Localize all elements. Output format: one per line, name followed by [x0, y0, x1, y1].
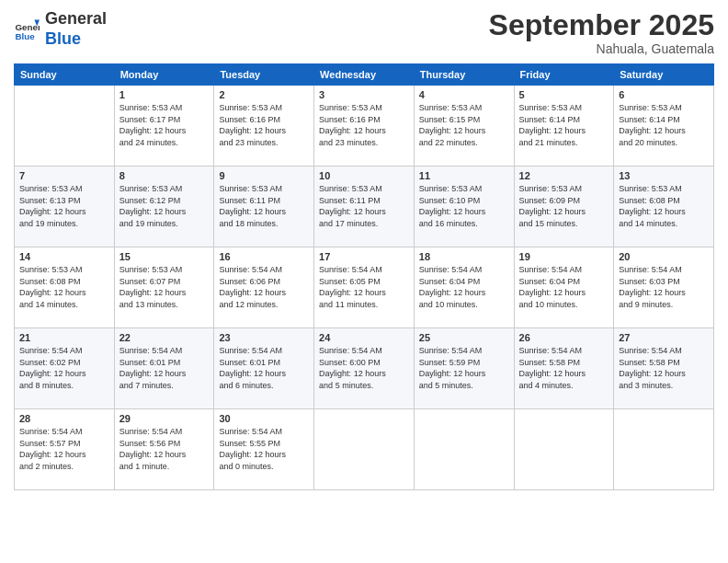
day-info: Sunrise: 5:54 AM Sunset: 5:58 PM Dayligh… [519, 345, 609, 391]
header-tuesday: Tuesday [214, 64, 314, 86]
day-number: 28 [19, 413, 109, 424]
table-row: 2Sunrise: 5:53 AM Sunset: 6:16 PM Daylig… [214, 86, 314, 167]
calendar-week-2: 7Sunrise: 5:53 AM Sunset: 6:13 PM Daylig… [15, 167, 714, 247]
table-row: 30Sunrise: 5:54 AM Sunset: 5:55 PM Dayli… [214, 409, 314, 490]
table-row: 10Sunrise: 5:53 AM Sunset: 6:11 PM Dayli… [314, 167, 415, 247]
month-title: September 2025 [489, 9, 714, 41]
day-number: 4 [419, 89, 509, 100]
day-number: 3 [319, 89, 409, 100]
day-number: 12 [519, 170, 609, 181]
day-number: 2 [219, 89, 309, 100]
table-row: 12Sunrise: 5:53 AM Sunset: 6:09 PM Dayli… [514, 167, 614, 247]
day-info: Sunrise: 5:54 AM Sunset: 6:00 PM Dayligh… [319, 345, 409, 391]
day-info: Sunrise: 5:54 AM Sunset: 5:56 PM Dayligh… [119, 426, 210, 472]
day-info: Sunrise: 5:53 AM Sunset: 6:11 PM Dayligh… [319, 183, 409, 229]
day-number: 26 [519, 332, 609, 343]
table-row: 13Sunrise: 5:53 AM Sunset: 6:08 PM Dayli… [614, 167, 714, 247]
table-row [15, 86, 115, 167]
day-number: 13 [619, 170, 709, 181]
logo-text: General Blue [45, 9, 107, 49]
table-row: 14Sunrise: 5:53 AM Sunset: 6:08 PM Dayli… [15, 247, 115, 328]
day-info: Sunrise: 5:53 AM Sunset: 6:08 PM Dayligh… [19, 264, 109, 310]
table-row: 23Sunrise: 5:54 AM Sunset: 6:01 PM Dayli… [214, 328, 314, 409]
table-row: 19Sunrise: 5:54 AM Sunset: 6:04 PM Dayli… [514, 247, 614, 328]
day-info: Sunrise: 5:54 AM Sunset: 6:04 PM Dayligh… [419, 264, 509, 310]
table-row [314, 409, 415, 490]
title-block: September 2025 Nahuala, Guatemala [489, 9, 714, 56]
header-sunday: Sunday [15, 64, 115, 86]
day-info: Sunrise: 5:53 AM Sunset: 6:11 PM Dayligh… [219, 183, 309, 229]
table-row: 11Sunrise: 5:53 AM Sunset: 6:10 PM Dayli… [414, 167, 514, 247]
day-info: Sunrise: 5:53 AM Sunset: 6:12 PM Dayligh… [119, 183, 210, 229]
day-number: 10 [319, 170, 409, 181]
table-row: 4Sunrise: 5:53 AM Sunset: 6:15 PM Daylig… [414, 86, 514, 167]
day-number: 21 [19, 332, 109, 343]
day-number: 8 [119, 170, 210, 181]
day-number: 14 [19, 251, 109, 262]
header-saturday: Saturday [614, 64, 714, 86]
table-row [514, 409, 614, 490]
day-number: 7 [19, 170, 109, 181]
table-row: 18Sunrise: 5:54 AM Sunset: 6:04 PM Dayli… [414, 247, 514, 328]
logo-blue: Blue [45, 29, 81, 48]
table-row: 16Sunrise: 5:54 AM Sunset: 6:06 PM Dayli… [214, 247, 314, 328]
day-info: Sunrise: 5:53 AM Sunset: 6:10 PM Dayligh… [419, 183, 509, 229]
table-row: 20Sunrise: 5:54 AM Sunset: 6:03 PM Dayli… [614, 247, 714, 328]
day-info: Sunrise: 5:54 AM Sunset: 6:02 PM Dayligh… [19, 345, 109, 391]
day-info: Sunrise: 5:53 AM Sunset: 6:16 PM Dayligh… [319, 102, 409, 148]
day-number: 11 [419, 170, 509, 181]
day-number: 25 [419, 332, 509, 343]
svg-text:Blue: Blue [15, 31, 35, 41]
table-row: 15Sunrise: 5:53 AM Sunset: 6:07 PM Dayli… [114, 247, 214, 328]
day-info: Sunrise: 5:54 AM Sunset: 6:05 PM Dayligh… [319, 264, 409, 310]
calendar-week-4: 21Sunrise: 5:54 AM Sunset: 6:02 PM Dayli… [15, 328, 714, 409]
day-number: 29 [119, 413, 210, 424]
day-number: 20 [619, 251, 709, 262]
page: General Blue General Blue September 2025… [0, 0, 728, 563]
location-subtitle: Nahuala, Guatemala [489, 41, 714, 56]
table-row: 22Sunrise: 5:54 AM Sunset: 6:01 PM Dayli… [114, 328, 214, 409]
header: General Blue General Blue September 2025… [14, 9, 714, 56]
day-number: 30 [219, 413, 309, 424]
day-info: Sunrise: 5:54 AM Sunset: 6:04 PM Dayligh… [519, 264, 609, 310]
day-info: Sunrise: 5:54 AM Sunset: 5:58 PM Dayligh… [619, 345, 709, 391]
table-row: 17Sunrise: 5:54 AM Sunset: 6:05 PM Dayli… [314, 247, 415, 328]
day-info: Sunrise: 5:53 AM Sunset: 6:13 PM Dayligh… [19, 183, 109, 229]
day-info: Sunrise: 5:54 AM Sunset: 6:01 PM Dayligh… [219, 345, 309, 391]
day-number: 6 [619, 89, 709, 100]
day-info: Sunrise: 5:54 AM Sunset: 5:59 PM Dayligh… [419, 345, 509, 391]
day-number: 1 [119, 89, 210, 100]
day-number: 27 [619, 332, 709, 343]
day-info: Sunrise: 5:53 AM Sunset: 6:14 PM Dayligh… [619, 102, 709, 148]
day-info: Sunrise: 5:53 AM Sunset: 6:07 PM Dayligh… [119, 264, 210, 310]
day-info: Sunrise: 5:54 AM Sunset: 5:57 PM Dayligh… [19, 426, 109, 472]
calendar-table: Sunday Monday Tuesday Wednesday Thursday… [14, 63, 714, 490]
day-info: Sunrise: 5:54 AM Sunset: 6:06 PM Dayligh… [219, 264, 309, 310]
day-number: 22 [119, 332, 210, 343]
day-number: 24 [319, 332, 409, 343]
header-wednesday: Wednesday [314, 64, 415, 86]
table-row: 3Sunrise: 5:53 AM Sunset: 6:16 PM Daylig… [314, 86, 415, 167]
day-number: 9 [219, 170, 309, 181]
day-info: Sunrise: 5:53 AM Sunset: 6:08 PM Dayligh… [619, 183, 709, 229]
calendar-week-1: 1Sunrise: 5:53 AM Sunset: 6:17 PM Daylig… [15, 86, 714, 167]
table-row: 9Sunrise: 5:53 AM Sunset: 6:11 PM Daylig… [214, 167, 314, 247]
table-row: 28Sunrise: 5:54 AM Sunset: 5:57 PM Dayli… [15, 409, 115, 490]
logo-icon: General Blue [14, 17, 40, 42]
table-row: 26Sunrise: 5:54 AM Sunset: 5:58 PM Dayli… [514, 328, 614, 409]
table-row [414, 409, 514, 490]
day-info: Sunrise: 5:53 AM Sunset: 6:09 PM Dayligh… [519, 183, 609, 229]
logo: General Blue General Blue [14, 9, 107, 49]
day-number: 23 [219, 332, 309, 343]
table-row: 27Sunrise: 5:54 AM Sunset: 5:58 PM Dayli… [614, 328, 714, 409]
header-monday: Monday [114, 64, 214, 86]
day-info: Sunrise: 5:54 AM Sunset: 6:01 PM Dayligh… [119, 345, 210, 391]
day-info: Sunrise: 5:53 AM Sunset: 6:17 PM Dayligh… [119, 102, 210, 148]
table-row: 1Sunrise: 5:53 AM Sunset: 6:17 PM Daylig… [114, 86, 214, 167]
table-row: 7Sunrise: 5:53 AM Sunset: 6:13 PM Daylig… [15, 167, 115, 247]
day-number: 17 [319, 251, 409, 262]
header-friday: Friday [514, 64, 614, 86]
day-info: Sunrise: 5:54 AM Sunset: 5:55 PM Dayligh… [219, 426, 309, 472]
day-number: 5 [519, 89, 609, 100]
table-row: 21Sunrise: 5:54 AM Sunset: 6:02 PM Dayli… [15, 328, 115, 409]
